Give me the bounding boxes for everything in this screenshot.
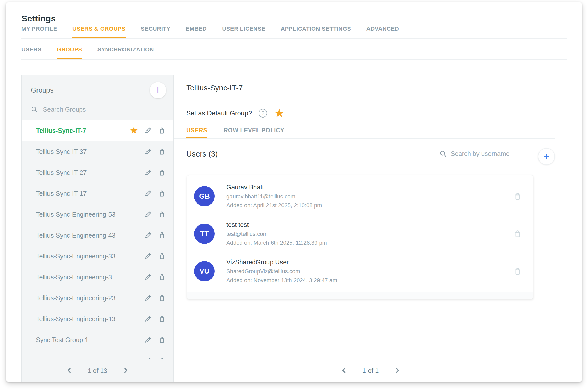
add-group-button[interactable]: +: [150, 82, 166, 98]
group-list-item[interactable]: Tellius-Sync-Engineering-23 ★: [22, 288, 173, 308]
avatar: VU: [194, 261, 215, 281]
user-row: VU VizSharedGroup User SharedGroupViz@te…: [187, 252, 533, 290]
add-user-button[interactable]: +: [538, 148, 555, 165]
search-icon: [439, 150, 447, 158]
group-list-item[interactable]: Tellius-Sync-IT-27 ★: [22, 162, 173, 183]
groups-sidebar: Groups + Tellius-Sync-IT-7 ★: [21, 75, 174, 382]
edit-group-icon[interactable]: [144, 336, 152, 344]
settings-tab[interactable]: ADVANCED: [366, 24, 399, 38]
user-name: test test: [226, 221, 513, 228]
group-list-item[interactable]: Tellius-Sync-Engineering-53 ★: [22, 204, 173, 225]
avatar: GB: [194, 186, 215, 206]
group-name: Tellius-Sync-Engineering-43: [36, 232, 144, 239]
edit-group-icon[interactable]: [144, 169, 152, 176]
group-name: Tellius-Sync-IT-27: [36, 169, 144, 176]
delete-group-icon[interactable]: [158, 148, 166, 155]
groups-next-page-button[interactable]: [122, 367, 129, 375]
groups-sidebar-header: Groups +: [22, 75, 173, 120]
default-group-label: Set as Default Group?: [186, 109, 252, 117]
settings-tab-bar: MY PROFILE USERS & GROUPS SECURITY EMBED…: [21, 24, 567, 39]
group-name: Tellius-Sync-IT-37: [36, 148, 144, 155]
group-search: [31, 106, 166, 113]
default-group-star-toggle[interactable]: ★: [274, 108, 285, 118]
group-detail-panel: Tellius-Sync-IT-7 Set as Default Group? …: [186, 75, 555, 299]
remove-user-icon[interactable]: [513, 267, 522, 276]
group-detail-title: Tellius-Sync-IT-7: [186, 84, 555, 92]
group-detail-tab[interactable]: ROW LEVEL POLICY: [224, 127, 284, 138]
page-title: Settings: [21, 14, 56, 23]
users-next-page-button[interactable]: [393, 367, 401, 375]
edit-group-icon[interactable]: [144, 211, 152, 218]
edit-group-icon[interactable]: [144, 357, 152, 359]
delete-group-icon[interactable]: [158, 336, 166, 344]
user-row: TT test test test@tellius.com Added on: …: [187, 215, 533, 252]
delete-group-icon[interactable]: [158, 211, 166, 218]
group-list-item[interactable]: Tellius-Sync-IT-37 ★: [22, 141, 173, 162]
group-list-item[interactable]: Sync Test Group 1 ★: [22, 329, 173, 350]
group-list-item[interactable]: Tellius-Sync-IT-17 ★: [22, 183, 173, 204]
group-name: Tellius-Sync-Engineering-13: [36, 315, 144, 323]
delete-group-icon[interactable]: [158, 357, 166, 359]
delete-group-icon[interactable]: [158, 169, 166, 176]
users-page-indicator: 1 of 1: [362, 367, 379, 375]
settings-tab[interactable]: USER LICENSE: [222, 24, 265, 38]
users-prev-page-button[interactable]: [340, 367, 348, 375]
chevron-left-icon: [66, 367, 73, 374]
user-row: GB Gaurav Bhatt gaurav.bhatt11@tellius.c…: [187, 177, 533, 215]
group-list-item[interactable]: Tellius-Sync-Engineering-3 ★: [22, 267, 173, 288]
delete-group-icon[interactable]: [158, 294, 166, 302]
edit-group-icon[interactable]: [144, 315, 152, 323]
group-list-item[interactable]: Tellius-Sync-Engineering-33 ★: [22, 246, 173, 267]
user-added-on: Added on: April 21st 2025, 2:10:08 pm: [226, 202, 513, 209]
delete-group-icon[interactable]: [158, 252, 166, 260]
groups-pagination: 1 of 13: [22, 359, 173, 382]
remove-user-icon[interactable]: [513, 229, 522, 238]
edit-group-icon[interactable]: [144, 231, 152, 239]
user-added-on: Added on: March 6th 2025, 12:28:39 pm: [226, 240, 513, 246]
avatar: TT: [194, 224, 215, 244]
delete-group-icon[interactable]: [158, 190, 166, 197]
help-icon[interactable]: ?: [259, 109, 267, 118]
delete-group-icon[interactable]: [158, 231, 166, 239]
edit-group-icon[interactable]: [144, 294, 152, 302]
groups-prev-page-button[interactable]: [66, 367, 73, 375]
group-list-item[interactable]: Tellius-Sync-Engineering-43 ★: [22, 225, 173, 246]
edit-group-icon[interactable]: [144, 127, 152, 134]
chevron-right-icon: [122, 367, 129, 374]
remove-user-icon[interactable]: [513, 192, 522, 201]
group-search-input[interactable]: [43, 106, 166, 113]
settings-tab[interactable]: APPLICATION SETTINGS: [281, 24, 351, 38]
group-list: Tellius-Sync-IT-7 ★ Tellius-Sync-IT-37 ★: [22, 120, 173, 359]
default-group-star-icon: ★: [130, 126, 138, 135]
group-list-item[interactable]: user_group ★: [22, 350, 173, 359]
group-detail-tab[interactable]: USERS: [186, 127, 207, 138]
user-info: test test test@tellius.com Added on: Mar…: [226, 221, 513, 246]
users-count-heading: Users (3): [186, 150, 218, 158]
delete-group-icon[interactable]: [158, 315, 166, 323]
default-group-row: Set as Default Group? ? ★: [186, 108, 555, 118]
delete-group-icon[interactable]: [158, 273, 166, 281]
edit-group-icon[interactable]: [144, 273, 152, 281]
settings-window: Settings MY PROFILE USERS & GROUPS SECUR…: [6, 2, 582, 382]
edit-group-icon[interactable]: [144, 148, 152, 155]
plus-icon: +: [155, 84, 161, 96]
users-groups-tab[interactable]: USERS: [21, 45, 42, 59]
chevron-left-icon: [340, 367, 348, 374]
group-name: Tellius-Sync-Engineering-33: [36, 253, 144, 260]
group-name: Tellius-Sync-Engineering-3: [36, 274, 144, 281]
settings-tab[interactable]: USERS & GROUPS: [72, 24, 126, 38]
settings-tab[interactable]: MY PROFILE: [21, 24, 57, 38]
user-email: test@tellius.com: [226, 231, 513, 237]
edit-group-icon[interactable]: [144, 190, 152, 197]
group-list-item[interactable]: Tellius-Sync-IT-7 ★: [22, 120, 173, 141]
edit-group-icon[interactable]: [144, 252, 152, 260]
delete-group-icon[interactable]: [158, 127, 166, 134]
settings-tab[interactable]: SECURITY: [141, 24, 170, 38]
group-name: Tellius-Sync-Engineering-23: [36, 294, 144, 302]
users-list: GB Gaurav Bhatt gaurav.bhatt11@tellius.c…: [187, 177, 533, 290]
users-groups-tab[interactable]: SYNCHRONIZATION: [97, 45, 154, 59]
user-search-input[interactable]: [451, 150, 528, 158]
settings-tab[interactable]: EMBED: [186, 24, 207, 38]
group-list-item[interactable]: Tellius-Sync-Engineering-13 ★: [22, 308, 173, 329]
users-groups-tab[interactable]: GROUPS: [57, 45, 82, 59]
